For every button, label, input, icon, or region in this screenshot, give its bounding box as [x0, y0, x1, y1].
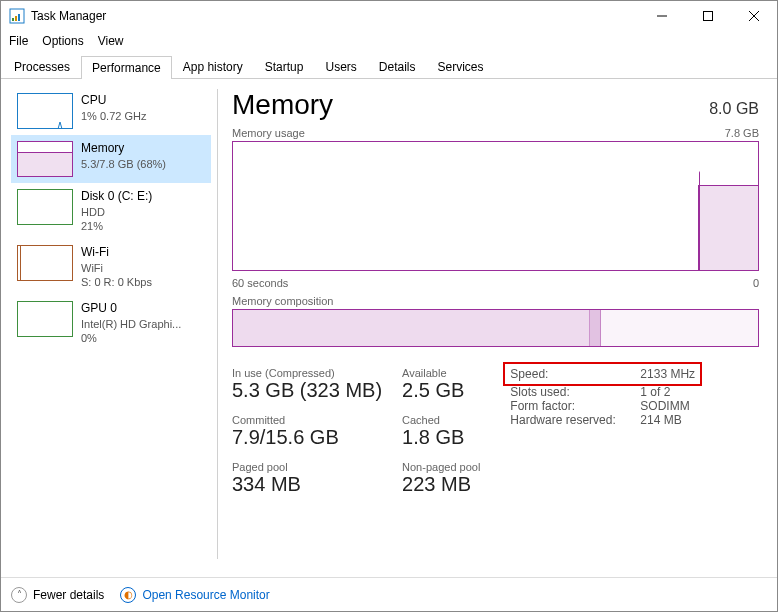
gpu-title: GPU 0	[81, 301, 181, 317]
tab-performance[interactable]: Performance	[81, 56, 172, 79]
wifi-sub2: S: 0 R: 0 Kbps	[81, 275, 152, 289]
cpu-thumbnail	[17, 93, 73, 129]
resource-monitor-label: Open Resource Monitor	[142, 588, 269, 602]
cpu-title: CPU	[81, 93, 146, 109]
reserved-key: Hardware reserved:	[510, 413, 640, 427]
committed-value: 7.9/15.6 GB	[232, 426, 382, 449]
memory-total: 8.0 GB	[709, 100, 759, 118]
close-button[interactable]	[731, 1, 777, 31]
content-pane: Memory 8.0 GB Memory usage7.8 GB 60 seco…	[224, 79, 777, 569]
sidebar-item-cpu[interactable]: CPU1% 0.72 GHz	[11, 87, 211, 135]
committed-label: Committed	[232, 414, 382, 426]
sidebar-item-gpu[interactable]: GPU 0Intel(R) HD Graphi...0%	[11, 295, 211, 351]
tab-processes[interactable]: Processes	[3, 55, 81, 78]
speed-row: Speed:2133 MHz	[506, 365, 699, 383]
maximize-button[interactable]	[685, 1, 731, 31]
wifi-title: Wi-Fi	[81, 245, 152, 261]
svg-rect-5	[704, 12, 713, 21]
fewer-details-button[interactable]: ˄ Fewer details	[11, 587, 104, 603]
disk-sub1: HDD	[81, 205, 152, 219]
disk-thumbnail	[17, 189, 73, 225]
sidebar-item-memory[interactable]: Memory5.3/7.8 GB (68%)	[11, 135, 211, 183]
tab-startup[interactable]: Startup	[254, 55, 315, 78]
memory-info-table: Speed:2133 MHz Slots used:1 of 2 Form fa…	[510, 367, 695, 496]
form-key: Form factor:	[510, 399, 640, 413]
xaxis-right: 0	[753, 277, 759, 289]
composition-label: Memory composition	[232, 295, 333, 307]
sidebar: CPU1% 0.72 GHz Memory5.3/7.8 GB (68%) Di…	[1, 79, 211, 569]
gpu-thumbnail	[17, 301, 73, 337]
memory-thumbnail	[17, 141, 73, 177]
tab-users[interactable]: Users	[314, 55, 367, 78]
menu-options[interactable]: Options	[42, 34, 83, 48]
sidebar-item-disk[interactable]: Disk 0 (C: E:)HDD21%	[11, 183, 211, 239]
slots-key: Slots used:	[510, 385, 640, 399]
tab-details[interactable]: Details	[368, 55, 427, 78]
page-title: Memory	[232, 89, 333, 121]
memory-title: Memory	[81, 141, 166, 157]
wifi-sub1: WiFi	[81, 261, 152, 275]
in-use-value: 5.3 GB (323 MB)	[232, 379, 382, 402]
available-value: 2.5 GB	[402, 379, 480, 402]
app-icon	[9, 8, 25, 24]
open-resource-monitor-link[interactable]: ◐ Open Resource Monitor	[120, 587, 269, 603]
cached-label: Cached	[402, 414, 480, 426]
svg-rect-3	[18, 14, 20, 21]
chevron-up-icon: ˄	[11, 587, 27, 603]
disk-sub2: 21%	[81, 219, 152, 233]
gpu-sub2: 0%	[81, 331, 181, 345]
memory-sub: 5.3/7.8 GB (68%)	[81, 157, 166, 171]
speed-value: 2133 MHz	[640, 367, 695, 381]
slots-value: 1 of 2	[640, 385, 670, 399]
cached-value: 1.8 GB	[402, 426, 480, 449]
menu-file[interactable]: File	[9, 34, 28, 48]
cpu-sub: 1% 0.72 GHz	[81, 109, 146, 123]
titlebar: Task Manager	[1, 1, 777, 31]
form-value: SODIMM	[640, 399, 689, 413]
reserved-value: 214 MB	[640, 413, 681, 427]
usage-label: Memory usage	[232, 127, 305, 139]
wifi-thumbnail	[17, 245, 73, 281]
footer: ˄ Fewer details ◐ Open Resource Monitor	[1, 577, 777, 611]
usage-max: 7.8 GB	[725, 127, 759, 139]
sidebar-item-wifi[interactable]: Wi-FiWiFiS: 0 R: 0 Kbps	[11, 239, 211, 295]
memory-usage-chart	[232, 141, 759, 271]
xaxis-left: 60 seconds	[232, 277, 288, 289]
tab-services[interactable]: Services	[427, 55, 495, 78]
resource-monitor-icon: ◐	[120, 587, 136, 603]
svg-rect-1	[12, 18, 14, 21]
speed-key: Speed:	[510, 367, 640, 381]
menubar: File Options View	[1, 31, 777, 51]
svg-rect-2	[15, 16, 17, 21]
paged-value: 334 MB	[232, 473, 382, 496]
fewer-details-label: Fewer details	[33, 588, 104, 602]
tab-bar: Processes Performance App history Startu…	[1, 55, 777, 79]
vertical-divider	[217, 89, 218, 559]
nonpaged-value: 223 MB	[402, 473, 480, 496]
gpu-sub1: Intel(R) HD Graphi...	[81, 317, 181, 331]
minimize-button[interactable]	[639, 1, 685, 31]
memory-composition-chart	[232, 309, 759, 347]
paged-label: Paged pool	[232, 461, 382, 473]
disk-title: Disk 0 (C: E:)	[81, 189, 152, 205]
menu-view[interactable]: View	[98, 34, 124, 48]
available-label: Available	[402, 367, 480, 379]
in-use-label: In use (Compressed)	[232, 367, 382, 379]
tab-app-history[interactable]: App history	[172, 55, 254, 78]
nonpaged-label: Non-paged pool	[402, 461, 480, 473]
